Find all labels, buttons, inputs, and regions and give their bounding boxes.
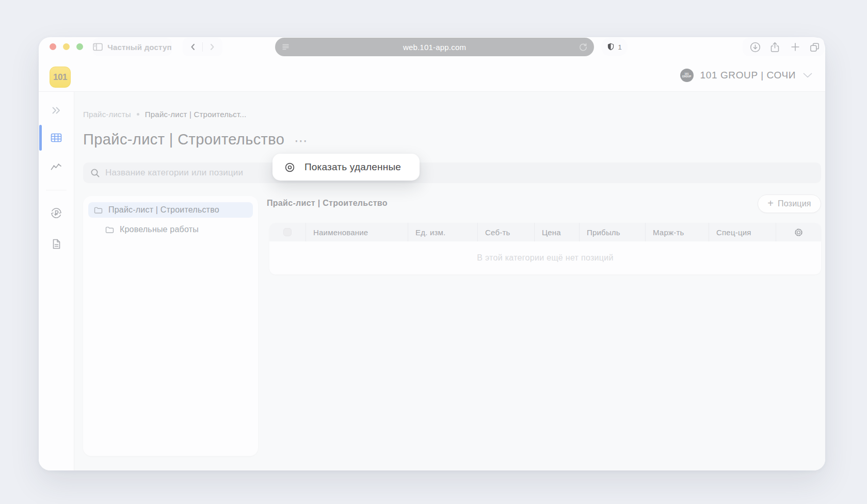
desktop-background: Частный доступ bbox=[0, 0, 867, 504]
sidebar bbox=[39, 92, 74, 470]
share-button[interactable] bbox=[768, 41, 781, 53]
plus-icon: + bbox=[767, 198, 774, 208]
column-header-spec[interactable]: Спец-ция bbox=[709, 223, 776, 241]
page-title: Прайс-лист | Строительство bbox=[83, 131, 284, 148]
app-logo-text: 101 bbox=[53, 72, 67, 83]
ruble-refresh-icon bbox=[50, 206, 63, 220]
nav-separator bbox=[202, 42, 203, 52]
positions-table: Наименование Ед. изм. Себ-ть Цена Прибыл… bbox=[269, 223, 821, 274]
toolbar-right-group bbox=[749, 41, 821, 53]
address-bar[interactable]: web.101-app.com bbox=[275, 38, 594, 56]
column-header-cost[interactable]: Себ-ть bbox=[477, 223, 534, 241]
forward-button[interactable] bbox=[207, 42, 217, 52]
column-header-price[interactable]: Цена bbox=[534, 223, 579, 241]
breadcrumb-root[interactable]: Прайс-листы bbox=[83, 110, 131, 119]
shield-icon bbox=[607, 43, 615, 51]
tree-item-root[interactable]: Прайс-лист | Строительство bbox=[88, 202, 253, 218]
breadcrumb: Прайс-листы Прайс-лист | Строительст... bbox=[83, 110, 246, 119]
breadcrumb-current[interactable]: Прайс-лист | Строительст... bbox=[145, 110, 247, 119]
add-position-label: Позиция bbox=[778, 199, 811, 208]
folder-icon bbox=[94, 206, 103, 214]
private-mode-label: Частный доступ bbox=[107, 43, 172, 52]
tab-overview-button[interactable] bbox=[808, 41, 821, 53]
select-all-cell bbox=[269, 223, 306, 241]
avatar-text: 101 GROUP bbox=[680, 73, 694, 78]
column-header-profit[interactable]: Прибыль bbox=[579, 223, 645, 241]
folder-icon bbox=[105, 226, 114, 234]
tree-item-label: Кровельные работы bbox=[120, 225, 199, 234]
traffic-light-close[interactable] bbox=[50, 43, 56, 50]
account-name: 101 GROUP | СОЧИ bbox=[700, 70, 796, 81]
avatar: 101 GROUP bbox=[680, 69, 694, 82]
search-icon bbox=[90, 168, 100, 178]
select-all-checkbox[interactable] bbox=[283, 228, 292, 236]
table-icon bbox=[50, 131, 63, 144]
category-heading: Прайс-лист | Строительство bbox=[267, 199, 388, 208]
sidebar-item-documents[interactable] bbox=[50, 237, 63, 251]
category-tree-panel: Прайс-лист | Строительство Кровельные ра… bbox=[83, 196, 258, 456]
sidebar-item-analytics[interactable] bbox=[50, 160, 63, 174]
search-input[interactable] bbox=[105, 168, 814, 178]
reload-icon[interactable] bbox=[579, 42, 588, 52]
table-header-row: Наименование Ед. изм. Себ-ть Цена Прибыл… bbox=[269, 223, 821, 241]
title-more-button[interactable]: ⋯ bbox=[294, 133, 309, 149]
document-icon bbox=[50, 238, 62, 250]
new-tab-button[interactable] bbox=[789, 41, 801, 53]
app-logo[interactable]: 101 bbox=[50, 67, 71, 88]
tree-item-label: Прайс-лист | Строительство bbox=[108, 205, 219, 215]
line-chart-icon bbox=[50, 160, 63, 174]
empty-message: В этой категории ещё нет позиций bbox=[477, 253, 614, 263]
tracker-count: 1 bbox=[618, 43, 621, 51]
downloads-button[interactable] bbox=[749, 41, 761, 53]
gear-icon[interactable] bbox=[794, 227, 804, 237]
column-header-name[interactable]: Наименование bbox=[306, 223, 408, 241]
double-chevron-right-icon bbox=[51, 105, 62, 116]
traffic-light-zoom[interactable] bbox=[76, 43, 83, 50]
breadcrumb-separator-dot bbox=[137, 113, 139, 116]
column-header-margin[interactable]: Марж-ть bbox=[645, 223, 709, 241]
chevron-down-icon bbox=[802, 72, 813, 78]
sidebar-item-finance[interactable] bbox=[50, 206, 63, 220]
table-empty-state: В этой категории ещё нет позиций bbox=[269, 241, 821, 274]
search-bar bbox=[83, 162, 821, 183]
column-header-unit[interactable]: Ед. изм. bbox=[408, 223, 477, 241]
browser-window: Частный доступ bbox=[39, 37, 825, 470]
sidebar-item-pricelists[interactable] bbox=[50, 131, 63, 144]
tree-item-child[interactable]: Кровельные работы bbox=[88, 222, 253, 237]
table-settings-cell bbox=[776, 223, 821, 241]
sidebar-panel-icon bbox=[93, 43, 103, 51]
privacy-report-badge[interactable]: 1 bbox=[601, 38, 628, 56]
traffic-light-minimize[interactable] bbox=[63, 43, 70, 50]
nav-buttons bbox=[183, 38, 222, 56]
back-button[interactable] bbox=[188, 42, 198, 52]
sidebar-expand-button[interactable] bbox=[50, 104, 63, 117]
account-menu[interactable]: 101 GROUP 101 GROUP | СОЧИ bbox=[680, 68, 813, 83]
eye-icon bbox=[284, 161, 296, 173]
add-position-button[interactable]: + Позиция bbox=[758, 194, 821, 213]
show-deleted-menu-item[interactable]: Показать удаленные bbox=[272, 154, 420, 181]
show-deleted-label: Показать удаленные bbox=[304, 161, 401, 173]
sidebar-section-divider bbox=[46, 190, 67, 190]
url-text: web.101-app.com bbox=[275, 43, 594, 52]
sidebar-active-indicator bbox=[39, 125, 42, 151]
private-mode-badge[interactable]: Частный доступ bbox=[93, 38, 172, 56]
